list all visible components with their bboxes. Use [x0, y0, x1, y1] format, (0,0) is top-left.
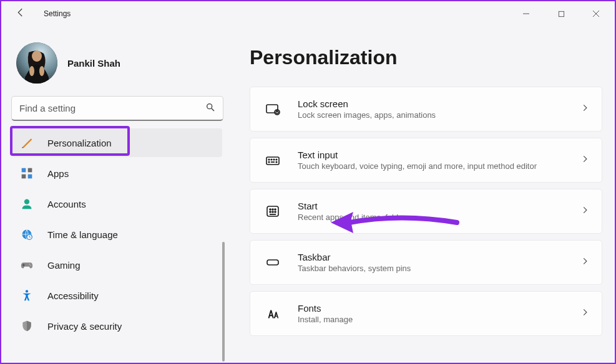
start-icon [264, 204, 281, 219]
taskbar-icon [264, 255, 281, 270]
avatar [16, 42, 57, 84]
user-profile[interactable]: Pankil Shah [11, 40, 226, 96]
sidebar-item-label: Gaming [47, 260, 81, 271]
paintbrush-icon [20, 136, 34, 150]
app-title: Settings [44, 9, 71, 18]
sidebar: Pankil Shah Personalization [1, 26, 226, 363]
close-button[interactable] [585, 5, 607, 22]
svg-point-35 [276, 161, 277, 163]
card-title: Fonts [298, 303, 580, 314]
sidebar-item-label: Accessibility [47, 290, 99, 301]
chevron-right-icon [580, 206, 589, 217]
card-start[interactable]: Start Recent apps and items, folders [250, 189, 602, 234]
svg-point-20 [29, 264, 31, 265]
accessibility-icon [20, 289, 34, 302]
svg-point-6 [29, 66, 34, 76]
card-title: Text input [298, 150, 580, 160]
card-text-input[interactable]: Text input Touch keyboard, voice typing,… [250, 138, 602, 183]
svg-rect-23 [22, 265, 25, 266]
sidebar-item-privacy-security[interactable]: Privacy & security [11, 312, 222, 340]
sidebar-item-accounts[interactable]: Accounts [11, 189, 222, 218]
svg-point-30 [271, 159, 272, 160]
card-taskbar[interactable]: Taskbar Taskbar behaviors, system pins [250, 240, 602, 285]
gamepad-icon [20, 258, 34, 272]
fonts-icon [264, 306, 281, 321]
svg-point-24 [26, 290, 28, 292]
chevron-right-icon [580, 308, 589, 319]
sidebar-item-accessibility[interactable]: Accessibility [11, 281, 222, 310]
chevron-right-icon [580, 103, 589, 115]
svg-point-40 [270, 211, 271, 213]
keyboard-icon [264, 153, 281, 168]
sidebar-item-gaming[interactable]: Gaming [11, 251, 222, 279]
svg-point-42 [275, 211, 276, 213]
shield-icon [20, 319, 34, 333]
svg-point-33 [268, 161, 270, 163]
sidebar-item-label: Apps [47, 168, 69, 179]
back-button[interactable] [15, 7, 26, 21]
sidebar-item-label: Personalization [47, 138, 112, 148]
globe-clock-icon [20, 228, 34, 241]
minimize-button[interactable] [515, 5, 537, 22]
svg-rect-28 [266, 157, 279, 165]
card-title: Lock screen [298, 98, 580, 109]
lock-screen-icon [264, 102, 281, 117]
apps-icon [20, 166, 34, 180]
svg-rect-11 [28, 168, 32, 173]
svg-point-5 [32, 50, 42, 62]
svg-rect-10 [22, 168, 26, 173]
sidebar-item-label: Time & language [47, 229, 118, 240]
sidebar-item-apps[interactable]: Apps [11, 159, 222, 188]
sidebar-item-label: Privacy & security [47, 321, 122, 332]
chevron-right-icon [580, 257, 589, 268]
main-content: Personalization Lock screen Lock screen … [226, 26, 615, 363]
person-icon [20, 197, 34, 211]
chevron-right-icon [580, 155, 589, 166]
card-fonts[interactable]: Fonts Install, manage [250, 291, 602, 336]
maximize-button[interactable] [550, 5, 572, 22]
svg-line-9 [212, 108, 214, 111]
card-lock-screen[interactable]: Lock screen Lock screen images, apps, an… [250, 87, 602, 132]
sidebar-scrollbar[interactable] [222, 242, 225, 362]
svg-point-31 [273, 159, 275, 160]
svg-point-21 [30, 265, 31, 266]
card-description: Taskbar behaviors, system pins [298, 264, 580, 273]
svg-point-8 [207, 103, 212, 108]
svg-rect-12 [22, 175, 26, 179]
svg-rect-13 [28, 175, 32, 179]
sidebar-item-personalization[interactable]: Personalization [11, 128, 222, 157]
svg-point-7 [39, 66, 44, 76]
sidebar-item-label: Accounts [47, 199, 86, 209]
svg-point-29 [268, 159, 270, 160]
svg-point-41 [272, 211, 273, 213]
card-description: Install, manage [298, 315, 580, 324]
search-icon [205, 102, 215, 115]
sidebar-item-time-language[interactable]: Time & language [11, 220, 222, 249]
svg-rect-44 [267, 260, 278, 265]
svg-rect-1 [559, 11, 564, 16]
title-bar: Settings [1, 1, 615, 26]
card-description: Recent apps and items, folders [298, 213, 580, 222]
card-description: Touch keyboard, voice typing, emoji and … [298, 161, 580, 171]
card-title: Taskbar [298, 252, 580, 262]
svg-point-14 [24, 199, 29, 204]
card-description: Lock screen images, apps, animations [298, 110, 580, 120]
search-input[interactable] [19, 103, 205, 113]
page-title: Personalization [250, 46, 602, 69]
svg-point-32 [276, 159, 277, 160]
search-box[interactable] [11, 96, 223, 121]
card-title: Start [298, 201, 580, 211]
user-name: Pankil Shah [67, 58, 120, 69]
svg-point-39 [275, 209, 276, 210]
svg-point-38 [272, 209, 273, 210]
svg-point-37 [270, 209, 271, 210]
